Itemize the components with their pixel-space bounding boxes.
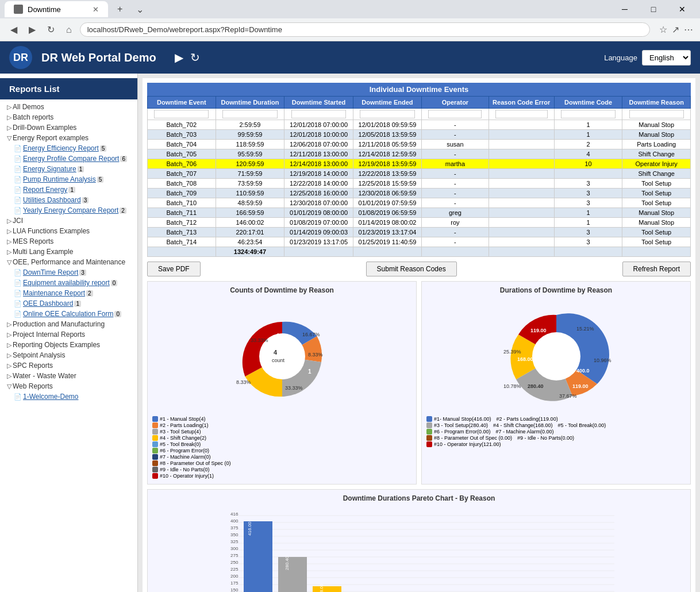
col-header-code-err[interactable]: Reason Code Error (489, 97, 554, 109)
content-area: Individual Downtime Events Downtime Even… (138, 74, 700, 592)
legend-color (152, 454, 158, 460)
col-header-event[interactable]: Downtime Event (148, 97, 216, 109)
maximize-button[interactable]: □ (640, 0, 667, 18)
refresh-header-button[interactable]: ↻ (190, 51, 200, 64)
back-button[interactable]: ◀ (7, 22, 21, 37)
filter-input[interactable] (222, 110, 278, 118)
header-buttons: ▶ ↻ (175, 51, 200, 64)
filter-input[interactable] (495, 110, 548, 118)
legend-item: #3 - Tool Setup(4) (152, 429, 411, 435)
sidebar-item-lua[interactable]: ▷ LUA Functions Examples (0, 226, 137, 236)
file-icon: 📄 (14, 290, 22, 297)
expand-icon: ▷ (7, 248, 11, 256)
y-label: 400 (230, 518, 239, 524)
sidebar-label: Yearly Energy Compare Report (23, 206, 118, 214)
sidebar-item-maintenance[interactable]: 📄 Maintenance Report 2 (0, 288, 137, 298)
language-label: Language (604, 53, 637, 62)
table-row: Batch_706120:59:5912/14/2018 13:00:0012/… (148, 159, 691, 169)
address-bar[interactable] (80, 22, 650, 37)
sidebar-item-setpoint[interactable]: ▷ Setpoint Analysis (0, 350, 137, 360)
filter-input[interactable] (360, 110, 415, 118)
val-label-3: 280.40 (528, 383, 544, 389)
seg-label-1: 1 (276, 333, 280, 339)
badge: 1 (74, 301, 81, 307)
legend-text: #2 - Parts Loading(1) (160, 422, 209, 428)
sidebar-item-mes[interactable]: ▷ MES Reports (0, 236, 137, 247)
col-header-reason[interactable]: Downtime Reason (622, 97, 691, 109)
sidebar-label: Drill-Down Examples (13, 124, 76, 132)
sidebar-label: Multi Lang Example (13, 248, 73, 256)
sidebar-item-report-energy[interactable]: 📄 Report Energy 1 (0, 184, 137, 195)
legend-item: #4 - Shift Change(2) (152, 435, 411, 441)
sidebar-item-oee-performance[interactable]: ▽ OEE, Performance and Maintenance (0, 257, 137, 267)
sidebar-item-pump-runtime[interactable]: 📄 Pump Runtime Analysis 5 (0, 174, 137, 184)
sidebar-item-welcome-demo[interactable]: 📄 1-Welcome-Demo (0, 391, 137, 402)
sidebar-item-jci[interactable]: ▷ JCI (0, 216, 137, 226)
sidebar-item-spc[interactable]: ▷ SPC Reports (0, 360, 137, 371)
legend-color (152, 460, 158, 466)
play-button[interactable]: ▶ (175, 51, 183, 64)
col-header-started[interactable]: Downtime Started (284, 97, 353, 109)
save-pdf-button[interactable]: Save PDF (147, 262, 201, 276)
filter-input[interactable] (428, 110, 482, 118)
language-select[interactable]: English Spanish French (642, 50, 691, 66)
sidebar-label: Water - Waste Water (13, 372, 76, 380)
sidebar-item-yearly-energy[interactable]: 📄 Yearly Energy Compare Report 2 (0, 205, 137, 216)
submit-reason-button[interactable]: Submit Reason Codes (366, 262, 457, 276)
section-title: Individual Downtime Events (147, 83, 691, 96)
y-label: 150 (230, 587, 239, 592)
sidebar-label: Web Reports (13, 382, 53, 390)
sidebar-item-downtime-report[interactable]: 📄 DownTime Report 3 (0, 267, 137, 278)
sidebar-item-batch-reports[interactable]: ▷ Batch reports (0, 112, 137, 122)
bookmark-button[interactable]: ☆ (659, 24, 667, 35)
share-button[interactable]: ↗ (672, 24, 679, 35)
sidebar-item-web-reports[interactable]: ▽ Web Reports (0, 381, 137, 391)
filter-input[interactable] (561, 110, 616, 118)
tab-list-button[interactable]: ⌄ (132, 2, 148, 17)
col-header-duration[interactable]: Downtime Duration (216, 97, 284, 109)
sidebar-item-energy-examples[interactable]: ▽ Energy Report examples (0, 133, 137, 143)
col-header-code[interactable]: Downtime Code (554, 97, 622, 109)
new-tab-button[interactable]: + (113, 2, 127, 17)
sidebar-item-water[interactable]: ▷ Water - Waste Water (0, 371, 137, 381)
close-button[interactable]: ✕ (669, 0, 695, 18)
filter-input[interactable] (154, 110, 209, 118)
sidebar-item-drill-down[interactable]: ▷ Drill-Down Examples (0, 122, 137, 133)
sidebar-item-utilities-dashboard[interactable]: 📄 Utilities Dashboard 3 (0, 195, 137, 205)
col-header-operator[interactable]: Operator (422, 97, 489, 109)
sidebar-item-production[interactable]: ▷ Production and Manufacturing (0, 319, 137, 329)
legend-text: #6 - Program Error(0) (160, 448, 209, 453)
duration-donut-chart: 15.21% 10.96% 37.67% 10.78% 25.39% 400.0… (487, 299, 625, 414)
label-percent-1: 16.67% (302, 332, 320, 337)
filter-input[interactable] (629, 110, 684, 118)
sidebar-label: Project Internal Reports (13, 330, 85, 339)
reload-button[interactable]: ↻ (44, 22, 58, 37)
sidebar-item-energy-profile-compare[interactable]: 📄 Energy Profile Compare Report 6 (0, 153, 137, 164)
sidebar-item-multi-lang[interactable]: ▷ Multi Lang Example (0, 247, 137, 257)
y-label: 200 (230, 574, 239, 579)
sidebar-item-equipment-availability[interactable]: 📄 Equipment availability report 0 (0, 278, 137, 288)
forward-button[interactable]: ▶ (25, 22, 39, 37)
sidebar-item-energy-efficiency[interactable]: 📄 Energy Efficiency Report 5 (0, 143, 137, 153)
col-header-ended[interactable]: Downtime Ended (353, 97, 421, 109)
sidebar-item-reporting-objects[interactable]: ▷ Reporting Objects Examples (0, 340, 137, 350)
refresh-report-button[interactable]: Refresh Report (622, 262, 691, 276)
home-button[interactable]: ⌂ (63, 22, 75, 37)
sidebar-item-energy-signature[interactable]: 📄 Energy Signature 1 (0, 164, 137, 174)
expand-icon: ▷ (7, 341, 11, 349)
minimize-button[interactable]: ─ (611, 0, 638, 18)
sidebar-item-online-oee[interactable]: 📄 Online OEE Calculation Form 0 (0, 309, 137, 319)
file-icon: 📄 (14, 166, 22, 173)
sidebar-item-oee-dashboard[interactable]: 📄 OEE Dashboard 1 (0, 298, 137, 309)
sidebar-item-project-internal[interactable]: ▷ Project Internal Reports (0, 329, 137, 340)
bar-shift-change (313, 586, 341, 592)
legend-text: #3 - Tool Setup(280.40) (434, 422, 488, 428)
browser-tab[interactable]: Downtime ✕ (5, 1, 108, 17)
badge: 2 (120, 207, 126, 214)
sidebar-item-all-demos[interactable]: ▷ All Demos (0, 102, 137, 112)
tab-close-button[interactable]: ✕ (93, 5, 99, 14)
menu-button[interactable]: ⋯ (684, 24, 693, 35)
filter-input[interactable] (291, 110, 347, 118)
count-chart-title: Counts of Downtime by Reason (152, 286, 411, 294)
legend-item: #10 - Operator Injury(121.00) (426, 441, 686, 447)
